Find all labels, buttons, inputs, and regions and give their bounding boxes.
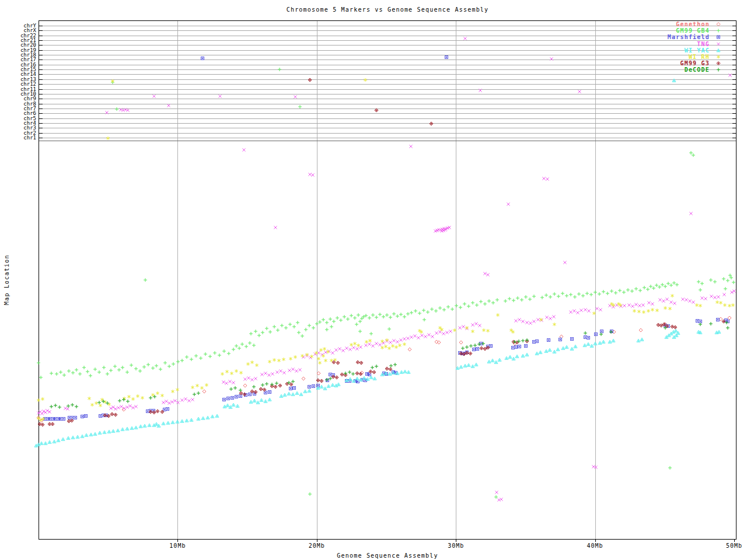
- data-point: [232, 381, 235, 384]
- data-point: [125, 405, 128, 408]
- data-point: [301, 334, 304, 338]
- chrom-label-chr17: chr17: [8, 57, 36, 62]
- data-point: [85, 433, 88, 436]
- data-point: [536, 318, 539, 321]
- data-point: [573, 309, 575, 312]
- data-point: [438, 306, 442, 310]
- data-point: [318, 320, 322, 324]
- data-point: [227, 352, 231, 355]
- legend-symbol-diamond-dot-icon: [714, 60, 722, 66]
- data-point: [143, 424, 146, 427]
- data-point: [585, 292, 589, 295]
- data-point: [295, 369, 298, 372]
- data-point: [184, 397, 187, 400]
- data-point: [479, 300, 483, 303]
- data-point: [113, 365, 117, 368]
- data-point: [180, 359, 184, 362]
- data-point: [553, 292, 556, 296]
- data-point: [355, 377, 359, 380]
- legend-symbol-square-dot-icon: [714, 34, 722, 40]
- data-point: [325, 321, 329, 324]
- data-point: [594, 290, 597, 294]
- data-point: [99, 415, 102, 418]
- data-point: [580, 309, 582, 312]
- data-point: [167, 401, 170, 404]
- data-point: [496, 313, 499, 317]
- data-point: [191, 386, 194, 389]
- data-point: [264, 400, 267, 402]
- data-point: [565, 294, 568, 298]
- data-point: [547, 339, 550, 342]
- data-point: [95, 401, 97, 405]
- data-point: [275, 370, 278, 373]
- legend-item-wi-yac: WI YAC: [648, 47, 722, 54]
- data-point: [715, 300, 718, 304]
- data-point: [532, 320, 535, 323]
- legend-label: DeCODE: [685, 66, 710, 73]
- data-point: [495, 491, 498, 494]
- data-point: [203, 390, 206, 393]
- data-point: [62, 418, 65, 421]
- data-point: [525, 353, 529, 356]
- data-point: [322, 318, 325, 321]
- data-point: [235, 396, 238, 398]
- data-point: [239, 388, 242, 392]
- data-point: [131, 406, 134, 409]
- data-point: [410, 311, 413, 314]
- data-point: [146, 363, 150, 366]
- data-point: [651, 308, 654, 312]
- data-point: [39, 376, 43, 379]
- data-point: [403, 315, 406, 318]
- legend-item-decode: DeCODE: [648, 66, 722, 73]
- data-point: [134, 367, 138, 370]
- data-point: [400, 370, 403, 373]
- data-point: [312, 385, 315, 388]
- data-point: [86, 370, 89, 373]
- data-point: [259, 387, 263, 391]
- data-point: [545, 316, 548, 318]
- data-point: [424, 335, 427, 338]
- data-point: [695, 303, 698, 307]
- data-point: [631, 304, 634, 307]
- legend-label: Marshfield: [668, 34, 710, 40]
- data-point: [471, 323, 474, 326]
- data-point: [139, 425, 142, 428]
- data-point: [67, 404, 70, 408]
- data-point: [666, 282, 670, 285]
- data-point: [396, 340, 399, 343]
- data-point: [664, 306, 666, 310]
- data-point: [449, 330, 452, 332]
- data-point: [639, 328, 643, 332]
- data-point: [302, 377, 305, 380]
- data-point: [346, 317, 350, 321]
- data-point: [146, 410, 149, 413]
- data-point: [382, 315, 385, 318]
- data-point: [599, 308, 602, 311]
- data-point: [372, 370, 376, 374]
- data-point: [162, 422, 165, 425]
- data-point: [37, 398, 40, 402]
- data-point: [389, 364, 393, 368]
- data-point: [608, 340, 612, 343]
- data-point: [675, 283, 679, 286]
- data-point: [549, 295, 552, 299]
- chrom-label-chr9: chr9: [8, 96, 36, 101]
- data-point: [587, 309, 590, 312]
- legend-symbol-triangle-dot-icon: [714, 47, 722, 54]
- data-point: [93, 432, 97, 435]
- data-point: [461, 346, 465, 350]
- data-point: [327, 384, 330, 387]
- data-point: [171, 421, 174, 424]
- data-point: [657, 323, 660, 327]
- data-point: [689, 151, 693, 155]
- data-point: [368, 342, 371, 345]
- data-point: [211, 415, 214, 418]
- data-point: [602, 290, 605, 293]
- data-point: [395, 345, 397, 349]
- data-point: [584, 331, 587, 335]
- data-point: [658, 298, 661, 301]
- data-point: [160, 394, 163, 397]
- data-point: [85, 415, 88, 418]
- data-point: [299, 393, 303, 396]
- data-point: [393, 363, 397, 366]
